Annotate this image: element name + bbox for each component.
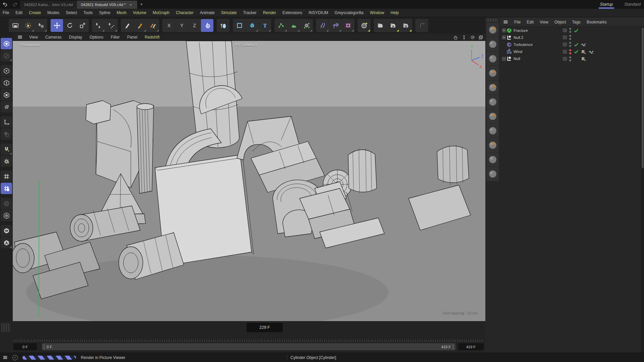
layout-tab-standard[interactable]: Standard [624, 0, 641, 9]
document-tab[interactable]: 042821 Rebuild V09.c4d *× [77, 1, 137, 9]
layer-toggle-icon[interactable] [562, 27, 568, 34]
menu-window[interactable]: Window [370, 10, 384, 15]
menu-view[interactable]: View [29, 35, 38, 40]
enabled-check-icon[interactable] [574, 27, 579, 34]
material-sphere-button[interactable] [486, 109, 499, 123]
menu-edit[interactable]: Edit [15, 10, 22, 15]
squig-tag-icon[interactable] [589, 49, 594, 55]
strip-grip[interactable] [487, 18, 498, 22]
range-slider[interactable]: 0 F 419 F [42, 343, 455, 350]
visibility-dots[interactable] [569, 27, 571, 34]
menu-cameras[interactable]: Cameras [45, 35, 62, 40]
om-hamburger-icon[interactable] [503, 19, 508, 24]
current-frame-field[interactable]: 229 F [247, 323, 283, 332]
render-settings-button[interactable] [399, 19, 412, 32]
plane-primitive-button[interactable] [233, 19, 246, 32]
menu-help[interactable]: Help [390, 10, 399, 15]
timeline-grip[interactable] [1, 323, 10, 332]
pan-hand-icon[interactable] [453, 35, 458, 40]
cloner-generator-button[interactable] [300, 19, 313, 32]
snap-settings-button[interactable] [1, 156, 12, 167]
visibility-dots[interactable] [569, 49, 571, 55]
menu-animate[interactable]: Animate [200, 10, 215, 15]
selection-settings-button[interactable] [35, 19, 47, 32]
squig-tag-icon[interactable] [581, 42, 587, 48]
collapse-icon[interactable] [502, 57, 506, 61]
points-mode-button[interactable] [1, 65, 12, 76]
layout-tab-startup[interactable]: Startup [600, 0, 613, 9]
rs-tag-icon[interactable]: R [581, 49, 587, 55]
material-sphere-button[interactable] [486, 23, 499, 37]
object-row[interactable]: NullR [500, 55, 644, 62]
live-selection-button[interactable] [22, 19, 34, 32]
perspective-viewport[interactable]: Y Z X Perspective RS Camera.1 Grid Spaci… [13, 41, 485, 321]
maximize-view-icon[interactable] [478, 35, 483, 40]
object-row[interactable]: WindR [500, 48, 644, 55]
om-menu-view[interactable]: View [540, 20, 548, 24]
move-tool-button[interactable] [51, 19, 63, 32]
menu-insydium[interactable]: INSYDIUM [309, 10, 328, 15]
field-object-button[interactable] [342, 19, 354, 32]
object-label[interactable]: Wind [514, 50, 522, 54]
menu-mesh[interactable]: Mesh [117, 10, 126, 15]
volume-builder-button[interactable] [329, 19, 341, 32]
document-tab[interactable]: 042822 Kalos... Intro V3.c4d [20, 1, 77, 9]
material-sphere-button[interactable] [486, 95, 499, 109]
view-label[interactable]: Perspective [21, 43, 40, 47]
menu-tools[interactable]: Tools [83, 10, 93, 15]
viewport-hamburger-icon[interactable] [17, 35, 22, 40]
object-row[interactable]: Null.2 [500, 34, 644, 41]
target-rings-button[interactable] [1, 198, 12, 209]
material-sphere-button[interactable] [486, 80, 499, 95]
menu-greyscalegorilla[interactable]: Greyscalegorilla [335, 10, 364, 15]
lock-x-axis-button[interactable]: X [163, 19, 175, 32]
history-reset-button[interactable] [416, 19, 428, 32]
enabled-check-icon[interactable] [574, 42, 579, 48]
rs-tag-icon[interactable]: R [581, 56, 587, 62]
material-sphere-button[interactable] [486, 153, 499, 167]
menu-volume[interactable]: Volume [133, 10, 146, 15]
point-generator-button[interactable] [275, 19, 287, 32]
menu-spline[interactable]: Spline [99, 10, 110, 15]
expand-icon[interactable] [502, 35, 506, 40]
cursor-transform-button[interactable] [92, 19, 105, 32]
polygons-mode-button[interactable] [1, 89, 12, 101]
status-hamburger-icon[interactable] [3, 355, 8, 360]
auto-mode-a-button[interactable]: A [1, 237, 12, 248]
timeline-ticks[interactable] [13, 340, 483, 342]
pen-tool-button[interactable] [121, 19, 133, 32]
menu-modes[interactable]: Modes [47, 10, 59, 15]
menu-character[interactable]: Character [176, 10, 194, 15]
camera-label[interactable]: RS Camera.1 [235, 43, 257, 47]
visibility-dots[interactable] [569, 42, 571, 48]
visibility-dots[interactable] [569, 35, 571, 41]
orbit-rotate-icon[interactable] [470, 35, 475, 40]
lock-workplane-button[interactable] [1, 183, 12, 194]
undo-icon[interactable] [0, 0, 10, 9]
menu-tracker[interactable]: Tracker [243, 10, 257, 15]
text-primitive-button[interactable]: T [259, 19, 271, 32]
object-label[interactable]: Null [514, 57, 520, 61]
pen-multi-button[interactable] [147, 19, 159, 32]
layer-toggle-icon[interactable] [562, 56, 568, 62]
render-picture-viewer-button[interactable] [387, 19, 399, 32]
material-sphere-button[interactable] [486, 138, 499, 152]
material-sphere-button[interactable] [486, 52, 499, 66]
object-label[interactable]: Null.2 [514, 36, 523, 40]
object-row[interactable]: Fracture [500, 27, 644, 34]
spline-deformer-button[interactable] [316, 19, 329, 32]
lock-y-axis-button[interactable]: Y [175, 19, 188, 32]
menu-create[interactable]: Create [29, 10, 41, 15]
workplane-mode-button[interactable] [1, 128, 12, 140]
object-row[interactable]: Turbulence [500, 41, 644, 48]
cube-primitive-button[interactable] [246, 19, 258, 32]
edges-mode-button[interactable] [1, 77, 12, 88]
menu-panel[interactable]: Panel [127, 35, 138, 40]
workplane-grid-button[interactable] [1, 171, 12, 182]
om-menu-tags[interactable]: Tags [572, 20, 581, 24]
menu-options[interactable]: Options [90, 35, 103, 40]
kinematics-mode-button[interactable] [1, 101, 12, 113]
world-coords-button[interactable] [201, 19, 213, 32]
range-end-field[interactable]: 419 F [458, 343, 484, 350]
menu-simulate[interactable]: Simulate [221, 10, 237, 15]
